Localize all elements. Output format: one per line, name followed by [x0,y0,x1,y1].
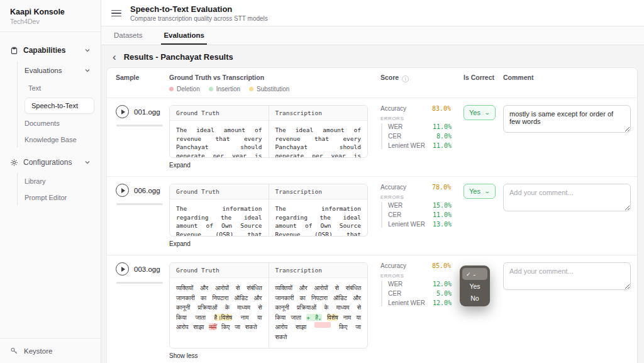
sidebar-item-capabilities[interactable]: Capabilities [6,41,94,60]
sidebar-item-label: Configurations [23,158,79,167]
dropdown-option[interactable]: ✓- [462,268,487,280]
cer-row: CER8.0% [388,133,452,140]
expand-link[interactable]: Expand [169,162,191,169]
legend-dot-icon [249,87,253,91]
audio-progress-bar[interactable] [116,282,163,284]
checkmark-icon: ✓ [466,271,471,277]
option-label: No [470,294,479,302]
cer-value: 8.0% [436,133,452,140]
sample-cell: 001.ogg [116,105,169,170]
audio-progress-bar[interactable] [116,203,163,205]
play-icon [121,109,125,114]
sidebar-item-text[interactable]: Text [25,80,94,96]
sidebar-item-prompt-editor[interactable]: Prompt Editor [21,189,94,206]
lenient-wer-label: Lenient WER [388,221,425,228]
panel-text: The information regarding the ideal amou… [269,199,368,236]
accuracy-value: 83.0% [432,105,451,112]
comment-cell [503,262,631,360]
panel-text: The ideal amount of revenue that every P… [269,121,368,157]
tab-datasets[interactable]: Datasets [111,26,145,45]
panel-header: Transcription [269,184,368,199]
comment-textarea[interactable] [503,262,631,290]
errors-label: ERRORS [380,116,451,121]
panel-header: Ground Truth [170,263,269,278]
column-header-score: Scorei [368,74,451,92]
table-body: 001.oggGround TruthThe ideal amount of r… [107,98,637,363]
cer-label: CER [388,133,401,140]
play-button[interactable] [116,262,129,276]
dropdown-option[interactable]: Yes [462,280,487,292]
text-segment: The ideal amount of revenue that every P… [176,126,262,157]
play-button[interactable] [116,105,129,118]
chevron-down-icon: ⌄ [484,109,491,116]
wer-row: WER12.0% [388,281,452,288]
sample-filename: 006.ogg [134,187,160,194]
comment-cell [503,184,631,249]
panel-header: Ground Truth [170,106,269,121]
lenient-wer-value: 13.0% [433,221,452,228]
content-area: ‹ Results - Panchayat Results Sample Gro… [101,45,644,363]
accuracy-row: Accuracy83.0% [380,105,451,112]
tab-evaluations[interactable]: Evaluations [161,26,207,45]
sidebar-item-library[interactable]: Library [21,173,94,189]
sidebar-item-knowledge-base[interactable]: Knowledge Base [21,131,94,148]
is-correct-select[interactable]: Yes⌄ [464,184,496,199]
error-metrics: WER12.0%CER5.0%Lenient WER12.0% [381,281,452,306]
tab-bar: Datasets Evaluations [101,26,644,45]
sidebar-item-speech-to-text[interactable]: Speech-to-Text [25,98,94,114]
comment-textarea[interactable] [503,184,631,211]
is-correct-select[interactable]: Yes⌄ [464,105,496,120]
play-button[interactable] [116,184,129,197]
chevron-down-icon [84,65,91,76]
cer-row: CER11.0% [388,211,452,218]
cer-value: 5.0% [436,290,452,297]
accuracy-label: Accuracy [380,184,406,191]
sample-cell: 003.ogg [116,262,169,360]
score-cell: Accuracy78.0%ERRORSWER15.0%CER11.0%Lenie… [368,184,451,249]
accuracy-value: 85.0% [432,262,451,269]
is-correct-dropdown-menu: ✓-YesNo [460,265,490,306]
sidebar-item-label: Keystore [24,347,52,355]
is-correct-cell: Yes⌄ [451,105,503,170]
result-row: 001.oggGround TruthThe ideal amount of r… [107,98,637,177]
sidebar-item-keystore[interactable]: Keystore [0,338,101,363]
dropdown-option[interactable]: No [462,292,487,304]
sidebar-item-documents[interactable]: Documents [21,115,94,131]
audio-player: 003.ogg [116,262,169,276]
capabilities-tree: Evaluations Text Speech-to-Text Document… [17,61,94,148]
wer-value: 12.0% [433,281,452,288]
wer-label: WER [388,202,402,209]
audio-progress-bar[interactable] [116,125,163,126]
audio-player: 001.ogg [116,105,169,118]
hamburger-menu-icon[interactable] [111,10,121,17]
configurations-tree: Library Prompt Editor [17,173,94,206]
is-correct-value: Yes [469,187,480,195]
text-segment: The ideal amount of revenue that every P… [275,126,362,157]
panel-header: Transcription [269,263,368,278]
gear-icon [10,159,18,167]
panel-text: The ideal amount of revenue that every P… [170,121,269,157]
audio-player: 006.ogg [116,184,169,197]
text-segment: The information regarding the ideal amou… [176,205,262,236]
lenient-wer-value: 11.0% [433,142,452,149]
sidebar-nav: Capabilities Evaluations Text Speech-to-… [0,32,101,338]
show-less-link[interactable]: Show less [169,352,198,359]
expand-link[interactable]: Expand [169,240,191,247]
result-row: 003.oggGround Truthव्यक्तियों और आरोपों … [107,255,637,363]
sidebar-item-evaluations[interactable]: Evaluations [21,61,94,80]
transcription-panel: Transcriptionव्यक्तियों और आरोपों से संब… [269,263,368,348]
wer-row: WER15.0% [388,202,452,209]
legend-item: Substitution [249,86,289,92]
score-cell: Accuracy83.0%ERRORSWER11.0%CER8.0%Lenien… [368,105,451,170]
back-chevron-icon[interactable]: ‹ [113,53,116,61]
info-icon[interactable]: i [402,75,409,82]
errors-label: ERRORS [380,273,451,279]
sidebar-item-configurations[interactable]: Configurations [6,153,94,172]
cer-label: CER [388,211,401,218]
comment-textarea[interactable] [503,105,631,133]
ground-truth-panel: Ground TruthThe information regarding th… [170,184,269,236]
option-label: Yes [469,282,480,290]
panel-header: Ground Truth [170,184,269,199]
score-cell: Accuracy85.0%ERRORSWER12.0%CER5.0%Lenien… [368,262,451,360]
cer-value: 11.0% [433,211,452,218]
